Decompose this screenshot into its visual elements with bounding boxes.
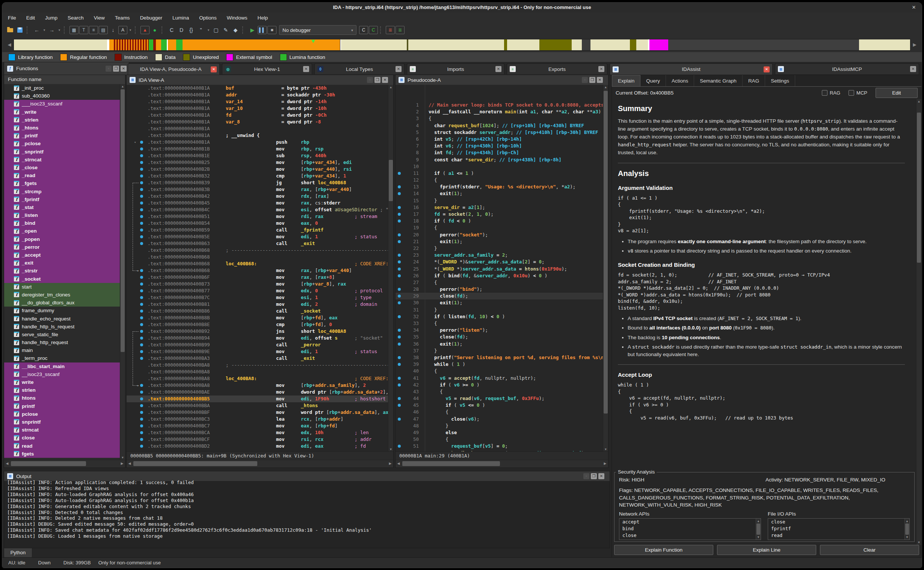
pseudocode-line[interactable]: 20 perror("socket"); — [395, 231, 603, 238]
pseudocode-line[interactable]: 26 if ( bind(fd, &server_addr, 0x10u) < … — [395, 273, 603, 279]
disasm-line[interactable]: .text:0000000000400B1Bmovrbp, rsp — [126, 146, 388, 152]
disasm-line[interactable]: .text:0000000000400BC7moveax, [rbp+fd] — [126, 423, 388, 429]
function-row[interactable]: fserve_static_file — [4, 331, 120, 339]
output-log[interactable]: [IDAssist] INFO: Action application comp… — [4, 480, 610, 548]
disasm-line[interactable]: .text:0000000000400B68movrax, [rbp+var_4… — [126, 267, 388, 274]
pseudocode-line[interactable]: 47 close(v6); — [395, 416, 603, 423]
disasm-line[interactable]: .text:0000000000400B1Avar_10= dword ptr … — [126, 105, 388, 112]
navband-segment[interactable] — [156, 40, 161, 50]
select-range-icon[interactable]: ▢ — [211, 26, 220, 35]
menu-item-search[interactable]: Search — [68, 15, 84, 21]
pseudocode-line[interactable]: 37 } — [395, 348, 603, 354]
scroll-up-icon[interactable]: ▲ — [120, 84, 125, 89]
log-line[interactable]: [IDAssist] INFO: Refreshed IDA views — [7, 486, 607, 492]
navband-segment[interactable] — [14, 40, 107, 50]
disasm-line[interactable]: .text:0000000000400BA8; ----------------… — [126, 362, 388, 368]
idassist-tab-rag[interactable]: RAG — [743, 75, 765, 86]
function-row[interactable]: f_printf — [4, 132, 120, 139]
output-pin-icon[interactable]: ▫ — [583, 473, 589, 479]
function-row[interactable]: fwrite — [4, 378, 120, 386]
disasm-line[interactable]: .text:0000000000400B1A — [126, 125, 388, 132]
disasm-line[interactable]: .text:0000000000400B1Avar_14= dword ptr … — [126, 98, 388, 105]
disasm-line[interactable]: .text:0000000000400BA3call_exit — [126, 355, 388, 362]
tab-idassist[interactable]: ≣IDAssist✕ — [610, 63, 773, 75]
pseudocode-line[interactable]: 41 v6 = accept(fd, nullptr, nullptr); — [395, 375, 603, 382]
disasm-line[interactable]: .text:0000000000400B39jgshort loc_400B68 — [126, 179, 388, 186]
disasm-line[interactable]: .text:0000000000400B1A; __unwind { — [126, 132, 388, 139]
function-row[interactable]: f_close — [4, 164, 120, 172]
create-function-icon[interactable]: C — [167, 26, 176, 35]
forward-icon[interactable]: → — [47, 26, 56, 35]
function-row[interactable]: fclose — [4, 434, 120, 442]
pseudocode-line[interactable]: 32 if ( listen(fd, 10) < 0 ) — [395, 313, 603, 320]
ida-view-close-icon[interactable]: ✕ — [382, 77, 388, 83]
tab-ida-view-a-pseudocode-a[interactable]: IDA View-A, Pseudocode-A✕ — [128, 63, 220, 75]
pseudocode-line[interactable]: 44 v5 = read(v6, request_buf, 0x3FFu); — [395, 395, 603, 402]
disasm-line[interactable]: .text:0000000000400B42movrdx, [rax] — [126, 193, 388, 200]
navband-segment[interactable] — [649, 40, 668, 50]
pseudocode-line[interactable]: 7 int v6; // [rsp+430h] [rbp-10h] — [395, 142, 603, 149]
function-row[interactable]: f__libc_start_main — [4, 363, 120, 370]
menu-item-jump[interactable]: Jump — [45, 15, 57, 21]
disasm-line[interactable]: .text:0000000000400B77movedx, 0; protoco… — [126, 287, 388, 294]
pseudocode-line[interactable]: 19 { — [395, 224, 603, 231]
open-file-icon[interactable] — [6, 26, 15, 35]
log-line[interactable]: [IDAssist] INFO: Detected 0 total change… — [7, 510, 607, 516]
disasm-line[interactable]: .text:0000000000400B32cmp[rbp+var_434], … — [126, 173, 388, 179]
disasm-line[interactable]: .text:0000000000400BA8loc_400BA8:; CODE … — [126, 375, 388, 382]
back-dropdown-icon[interactable]: ▾ — [42, 26, 46, 35]
disasm-line[interactable]: .text:0000000000400BA8mov[rbp+addr.sa_fa… — [126, 382, 388, 389]
scroll-left-icon[interactable]: ◀ — [126, 460, 132, 467]
function-row[interactable]: ffgets — [4, 450, 120, 458]
functions-vscrollbar[interactable]: ▲ ▼ — [120, 84, 125, 460]
disasm-line[interactable]: .text:0000000000400B73mov[rbp+var_8], ra… — [126, 281, 388, 287]
string-dropdown-icon[interactable]: ▾ — [206, 26, 211, 35]
disasm-line[interactable]: ▾.text:0000000000400B1Apushrbp — [126, 139, 388, 146]
pseudocode-vscrollbar[interactable]: ▲ ▼ — [603, 85, 608, 452]
type-window-icon[interactable]: T — [79, 26, 88, 34]
functions-pin-icon[interactable]: ▫ — [106, 66, 112, 72]
log-line[interactable]: [IDAssist] DEBUG: Loaded 1 messages from… — [7, 533, 607, 539]
menu-item-debugger[interactable]: Debugger — [140, 15, 162, 21]
navband-segment[interactable] — [161, 40, 166, 50]
pseudocode-line[interactable]: 9 const char *serve_dir; // [rsp+438h] [… — [395, 156, 603, 163]
ida-view-hscrollbar[interactable]: ◀ ▶ — [126, 460, 393, 467]
pseudocode-line[interactable]: 51 request_buf[v5] = 0; — [395, 443, 603, 449]
pseudocode-line[interactable]: 13 fprintf(stderr, "Usage: %s <directory… — [395, 184, 603, 190]
idassist-explanation[interactable]: SummaryThis function is the main entry p… — [612, 99, 911, 467]
navband-marker-icon[interactable]: ▲ — [140, 26, 149, 34]
function-row[interactable]: fsub_400360 — [4, 92, 120, 100]
ida-view-vscrollbar[interactable]: ▲ ▼ — [388, 85, 393, 452]
function-row[interactable]: f__isoc23_sscanf — [4, 370, 120, 378]
pseudocode-pin-icon[interactable]: ▫ — [582, 77, 588, 83]
menu-item-file[interactable]: File — [8, 15, 16, 21]
tab-close-icon[interactable]: ✕ — [495, 66, 501, 72]
function-row[interactable]: fstart — [4, 283, 120, 291]
idassist-tab-settings[interactable]: Settings — [765, 75, 795, 86]
disasm-line[interactable]: .text:0000000000400B1Afd= dword ptr -0Ch — [126, 112, 388, 119]
tab-idassistmcp[interactable]: ≣IDAssistMCP✕ — [775, 63, 919, 74]
pseudocode-line[interactable]: 15 } — [395, 198, 603, 204]
pseudocode-line[interactable]: 30 exit(1); — [395, 299, 603, 306]
idassist-tab-actions[interactable]: Actions — [666, 75, 694, 86]
function-row[interactable]: f___isoc23_sscanf — [4, 100, 120, 108]
pseudocode-listing[interactable]: 1// Main server loop: binds TCP socket t… — [395, 85, 603, 453]
scroll-right-icon[interactable]: ▶ — [602, 460, 608, 467]
pseudocode-line[interactable]: 50 { — [395, 436, 603, 443]
scroll-up-icon[interactable]: ▲ — [388, 85, 393, 90]
navband-segment[interactable] — [408, 40, 504, 50]
fileio-apis-list[interactable]: closefprintfread▲▼ — [768, 518, 910, 540]
navband-segment[interactable] — [507, 40, 540, 50]
disasm-line[interactable]: .text:0000000000400BBAcall_htons — [126, 402, 388, 409]
disasm-line[interactable]: .text:0000000000400B9Emovedi, 1; status — [126, 348, 388, 355]
scroll-left-icon[interactable]: ◀ — [4, 460, 10, 467]
api-list-scrollbar[interactable]: ▲▼ — [756, 519, 761, 539]
tab-local-types[interactable]: 0Local Types✕ — [314, 63, 404, 74]
pseudocode-close-icon[interactable]: ✕ — [597, 77, 603, 83]
debugger-select[interactable]: No debugger▾ — [279, 25, 357, 35]
pseudocode-line[interactable]: 38 printf("Server listening on port %d, … — [395, 354, 603, 361]
log-line[interactable]: [IDAssist] INFO: Saved chat metadata for… — [7, 527, 607, 533]
navband-segment[interactable] — [153, 40, 156, 50]
back-icon[interactable]: ← — [32, 26, 42, 35]
function-row[interactable]: f_perror — [4, 243, 120, 251]
